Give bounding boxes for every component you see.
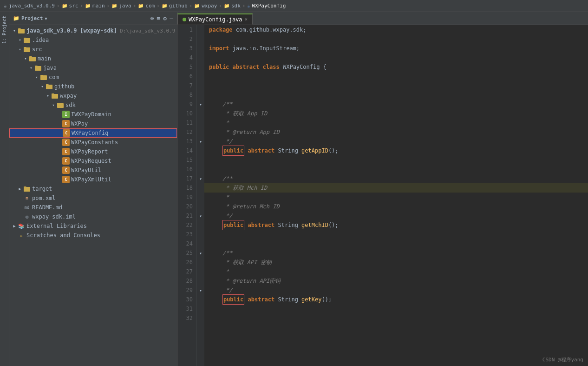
fold-marker — [197, 25, 204, 34]
breadcrumb-java[interactable]: java — [119, 3, 131, 9]
locate-file-icon[interactable]: ⊕ — [150, 15, 154, 22]
dropdown-arrow-icon[interactable]: ▼ — [45, 16, 47, 21]
tab-close-button[interactable]: × — [245, 16, 248, 22]
tree-item-pom.xml[interactable]: mpom.xml — [9, 193, 177, 203]
tree-item-iwxpaydomain[interactable]: IIWXPayDomain — [9, 110, 177, 119]
tree-item-wxpay[interactable]: ▾wxpay — [9, 91, 177, 100]
token-comment: */ — [209, 211, 233, 220]
tree-arrow-icon: ▾ — [45, 93, 51, 98]
tree-file-icon — [57, 101, 64, 109]
code-line — [204, 155, 588, 165]
tree-item-external-libraries[interactable]: ▶📚External Libraries — [9, 221, 177, 231]
line-number: 27 — [177, 267, 196, 276]
breadcrumb-file[interactable]: WXPayConfig — [252, 3, 286, 9]
tree-item-wxpayconstants[interactable]: CWXPayConstants — [9, 138, 177, 147]
fold-marker[interactable]: ▾ — [197, 286, 204, 295]
fold-marker[interactable]: ▾ — [197, 248, 204, 258]
token-comment: * 获取 App ID — [209, 109, 267, 118]
tree-item-java[interactable]: ▾java — [9, 63, 177, 73]
tree-file-icon: C — [62, 166, 70, 174]
breadcrumb-wxpay[interactable]: wxpay — [202, 3, 217, 9]
tree-item-wxpayrequest[interactable]: CWXPayRequest — [9, 156, 177, 166]
token-plain: WXPayConfig { — [283, 62, 327, 72]
tree-file-icon — [29, 55, 36, 62]
tree-arrow-icon: ▾ — [28, 66, 34, 70]
breadcrumb-com[interactable]: com — [145, 3, 155, 9]
line-number: 25 — [177, 248, 196, 258]
fold-marker[interactable]: ▾ — [197, 174, 204, 183]
tree-item-src[interactable]: ▾src — [9, 45, 177, 54]
breadcrumb-src[interactable]: src — [69, 3, 78, 9]
editor-content: 1234567891011121314151617181920212223242… — [177, 25, 588, 366]
line-number: 20 — [177, 202, 196, 211]
breadcrumb-github[interactable]: github — [169, 3, 188, 9]
tree-file-icon — [23, 36, 31, 44]
minimize-icon[interactable]: — — [170, 15, 173, 22]
editor-tabs: WXPayConfig.java × — [177, 12, 588, 25]
tree-item-wxpayreport[interactable]: CWXPayReport — [9, 147, 177, 156]
tree-item-github[interactable]: ▾github — [9, 82, 177, 91]
token-plain: (); — [321, 295, 332, 304]
code-editor[interactable]: package com.github.wxpay.sdk;import java… — [204, 25, 588, 366]
token-comment: * 获取 Mch ID — [209, 183, 267, 193]
breadcrumb-project[interactable]: java_sdk_v3.0.9 — [9, 3, 55, 9]
tree-item-wxpay[interactable]: CWXPay — [9, 119, 177, 128]
code-line: public abstract String getAppID(); — [204, 146, 588, 155]
tree-arrow-icon: ▾ — [50, 103, 57, 107]
java-file-icon — [183, 18, 186, 21]
tree-item-scratches-and-consoles[interactable]: ✏Scratches and Consoles — [9, 231, 177, 240]
tree-item-java_sdk_v3.0.9-[wxpay-sdk][interactable]: ▾java_sdk_v3.0.9 [wxpay-sdk]D:\java_sdk_… — [9, 26, 177, 35]
project-tab-label[interactable]: 1: Project — [1, 14, 8, 46]
fold-marker — [197, 258, 204, 267]
tree-file-icon: C — [62, 148, 70, 155]
line-number: 8 — [177, 90, 196, 100]
code-line: * — [204, 118, 588, 127]
line-number: 14 — [177, 146, 196, 155]
token-plain — [209, 295, 222, 304]
line-number: 31 — [177, 304, 196, 313]
token-plain: java.io.InputStream; — [233, 44, 300, 53]
tree-item-com[interactable]: ▾com — [9, 73, 177, 82]
breadcrumb-sdk[interactable]: sdk — [231, 3, 241, 9]
tree-item-label: WXPayUtil — [71, 167, 101, 173]
tree-file-icon: m — [23, 194, 31, 202]
fold-marker[interactable]: ▾ — [197, 137, 204, 146]
tree-arrow-icon: ▾ — [22, 56, 29, 61]
token-method: getAppID — [301, 146, 328, 155]
token-kw: class — [263, 62, 283, 72]
tree-item-label: WXPayRequest — [71, 158, 111, 164]
tree-item-wxpayconfig[interactable]: CWXPayConfig — [9, 128, 177, 138]
vertical-project-tab[interactable]: 1: Project — [0, 12, 9, 366]
tree-item-sdk[interactable]: ▾sdk — [9, 100, 177, 110]
tree-arrow-icon: ▶ — [17, 186, 23, 191]
fold-marker[interactable]: ▾ — [197, 100, 204, 109]
tree-item-readme.md[interactable]: mdREADME.md — [9, 203, 177, 212]
tree-arrow-icon: ▾ — [17, 47, 23, 52]
breadcrumb-main[interactable]: main — [92, 3, 105, 9]
tree-item-wxpay-sdk.iml[interactable]: ⚙wxpay-sdk.iml — [9, 212, 177, 221]
token-kw: abstract — [233, 62, 263, 72]
tree-file-icon: ⚙ — [23, 213, 31, 220]
tree-file-icon: ✏ — [18, 232, 25, 239]
fold-marker — [197, 127, 204, 137]
line-number: 10 — [177, 109, 196, 118]
fold-marker — [197, 72, 204, 81]
tree-item-wxpayutil[interactable]: CWXPayUtil — [9, 166, 177, 175]
code-line: */ — [204, 286, 588, 295]
fold-marker — [197, 118, 204, 127]
tree-file-icon: md — [23, 204, 31, 211]
tree-item-target[interactable]: ▶target — [9, 184, 177, 193]
tree-item-wxpayxmlutil[interactable]: CWXPayXmlUtil — [9, 175, 177, 184]
line-number: 30 — [177, 295, 196, 304]
settings-icon[interactable]: ⚙ — [163, 15, 167, 22]
sidebar-header: 📁 Project ▼ ⊕ ≡ ⚙ — — [9, 12, 177, 25]
tab-label: WXPayConfig.java — [189, 16, 242, 23]
tree-item-label: IWXPayDomain — [71, 111, 111, 118]
fold-marker[interactable]: ▾ — [197, 211, 204, 220]
tree-item-label: WXPayConstants — [71, 139, 118, 146]
tree-item-.idea[interactable]: ▾.idea — [9, 35, 177, 45]
collapse-all-icon[interactable]: ≡ — [157, 15, 161, 22]
editor-tab-wxpayconfig[interactable]: WXPayConfig.java × — [177, 13, 253, 25]
tree-item-main[interactable]: ▾main — [9, 54, 177, 63]
token-plain: (); — [328, 146, 339, 155]
